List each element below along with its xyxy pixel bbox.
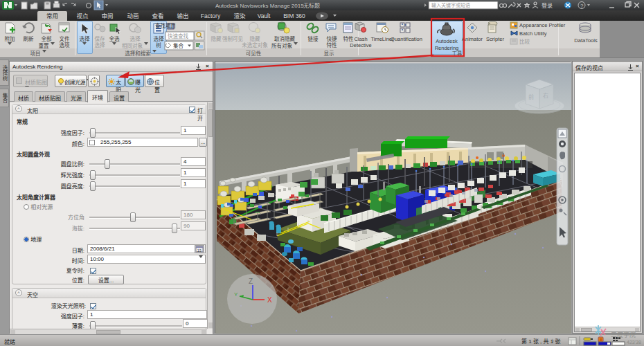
svg-text:无标题: 无标题 (303, 2, 320, 9)
svg-text:Y: Y (234, 291, 238, 298)
svg-text:右: 右 (543, 92, 548, 99)
svg-text:第 1 张 , 共 1 张: 第 1 张 , 共 1 张 (521, 338, 560, 345)
svg-text:X: X (267, 296, 272, 304)
svg-text:输入关键字或短语: 输入关键字或短语 (431, 2, 470, 8)
svg-text:Autodesk Navisworks Manage 201: Autodesk Navisworks Manage 2015 (215, 3, 304, 9)
svg-text:423'38: 423'38 (627, 340, 641, 345)
svg-text:15: 15 (197, 248, 202, 253)
svg-text:登录: 登录 (542, 2, 553, 9)
svg-text:Z: Z (249, 277, 253, 285)
svg-text:?: ? (580, 3, 584, 9)
svg-text:前: 前 (528, 93, 534, 100)
